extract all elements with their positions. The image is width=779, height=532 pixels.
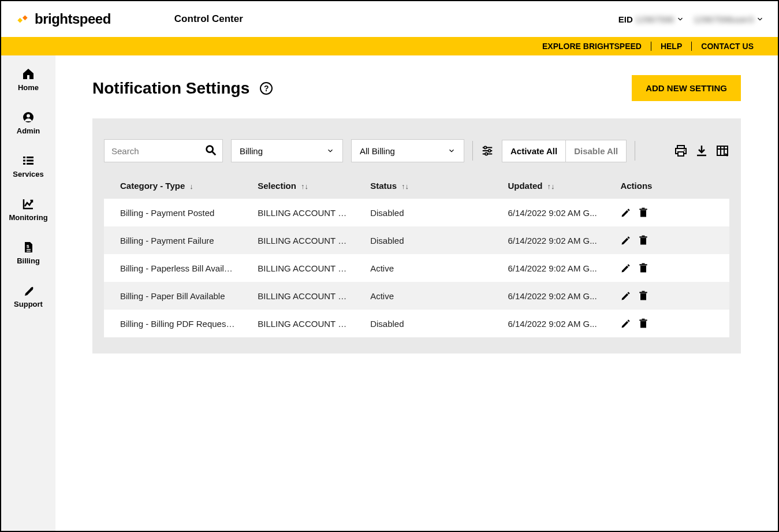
delete-icon[interactable] [638, 318, 649, 329]
delete-icon[interactable] [638, 262, 649, 274]
sidebar-item-services[interactable]: Services [1, 150, 55, 182]
cell-actions [604, 199, 729, 226]
brand[interactable]: brightspeed [15, 11, 111, 27]
sidebar-item-home[interactable]: Home [1, 64, 55, 95]
svg-rect-10 [27, 251, 31, 252]
disable-all-button[interactable]: Disable All [566, 140, 626, 162]
type-select[interactable]: All Billing [351, 139, 464, 162]
col-selection[interactable]: Selection↑↓ [241, 173, 354, 199]
cell-category-type: Billing - Payment Posted [104, 199, 241, 226]
sort-down-icon: ↓ [189, 182, 193, 191]
columns-icon[interactable] [715, 144, 729, 158]
cell-actions [604, 226, 729, 254]
sort-both-icon: ↑↓ [401, 182, 409, 191]
cell-selection: BILLING ACCOUNT N... [241, 254, 354, 282]
svg-rect-6 [23, 163, 25, 165]
cell-updated: 6/14/2022 9:02 AM G... [491, 310, 604, 337]
svg-point-18 [684, 150, 685, 151]
col-category-type[interactable]: Category - Type↓ [104, 173, 241, 199]
cell-actions [604, 282, 729, 310]
col-updated[interactable]: Updated↑↓ [491, 173, 604, 199]
svg-point-11 [207, 146, 213, 152]
eid-value: 12967598 [635, 14, 674, 24]
sort-both-icon: ↑↓ [301, 182, 308, 191]
eid-dropdown[interactable]: EID 12967598 [618, 14, 684, 24]
svg-rect-28 [642, 263, 645, 265]
svg-rect-25 [642, 236, 645, 237]
print-icon[interactable] [674, 144, 688, 158]
settings-panel: Billing All Billing Activate All [92, 118, 741, 354]
cell-category-type: Billing - Paper Bill Available [104, 282, 241, 310]
svg-rect-29 [640, 293, 646, 300]
cell-updated: 6/14/2022 9:02 AM G... [491, 254, 604, 282]
add-new-setting-button[interactable]: ADD NEW SETTING [632, 75, 741, 101]
col-status[interactable]: Status↑↓ [354, 173, 491, 199]
svg-rect-2 [23, 157, 25, 158]
svg-point-13 [489, 150, 491, 152]
edit-icon[interactable] [620, 235, 632, 246]
chevron-down-icon [326, 147, 334, 155]
sidebar-item-monitoring[interactable]: Monitoring [1, 194, 55, 225]
toolbar: Billing All Billing Activate All [104, 139, 729, 162]
billing-icon: $ [21, 240, 35, 254]
cell-status: Disabled [354, 226, 491, 254]
svg-rect-22 [642, 208, 645, 209]
sort-both-icon: ↑↓ [547, 182, 554, 191]
eid-label: EID [618, 14, 633, 24]
sidebar-item-label: Billing [17, 256, 40, 265]
cell-selection: BILLING ACCOUNT N... [241, 310, 354, 337]
edit-icon[interactable] [620, 290, 632, 302]
activate-all-button[interactable]: Activate All [502, 140, 565, 162]
cell-updated: 6/14/2022 9:02 AM G... [491, 282, 604, 310]
delete-icon[interactable] [638, 290, 649, 302]
nav-contact[interactable]: CONTACT US [691, 42, 763, 51]
svg-text:$: $ [27, 244, 29, 249]
search-icon[interactable] [204, 144, 217, 157]
cell-status: Active [354, 254, 491, 282]
edit-icon[interactable] [620, 318, 632, 329]
settings-table: Category - Type↓ Selection↑↓ Status↑↓ Up… [104, 173, 729, 337]
cell-actions [604, 254, 729, 282]
delete-icon[interactable] [638, 235, 649, 246]
nav-explore[interactable]: EXPLORE BRIGHTSPEED [533, 42, 651, 51]
svg-rect-31 [642, 291, 645, 292]
brightspeed-logo-icon [15, 12, 30, 27]
header: brightspeed Control Center EID 12967598 … [1, 1, 778, 37]
cell-category-type: Billing - Payment Failure [104, 226, 241, 254]
category-select[interactable]: Billing [231, 139, 343, 162]
divider [472, 141, 473, 161]
page-head: Notification Settings ? ADD NEW SETTING [92, 75, 741, 101]
svg-point-12 [484, 146, 486, 148]
delete-icon[interactable] [638, 207, 649, 218]
sidebar-item-label: Services [13, 170, 44, 178]
table-row: Billing - Paper Bill AvailableBILLING AC… [104, 282, 729, 310]
sidebar: Home Admin Services Monitoring $ Billing… [1, 55, 55, 531]
svg-rect-3 [27, 157, 33, 158]
filters-icon[interactable] [481, 144, 494, 157]
sidebar-item-admin[interactable]: Admin [1, 107, 55, 139]
col-actions: Actions [604, 173, 729, 199]
admin-icon [21, 110, 35, 124]
services-icon [21, 154, 35, 168]
cell-selection: BILLING ACCOUNT N... [241, 282, 354, 310]
table-row: Billing - Payment PostedBILLING ACCOUNT … [104, 199, 729, 226]
svg-rect-20 [640, 210, 646, 217]
svg-rect-9 [27, 249, 31, 250]
cell-category-type: Billing - Billing PDF Request A... [104, 310, 241, 337]
download-icon[interactable] [695, 144, 709, 158]
sidebar-item-billing[interactable]: $ Billing [1, 237, 55, 269]
chevron-down-icon [448, 147, 456, 155]
sidebar-item-label: Monitoring [9, 213, 47, 222]
svg-rect-24 [640, 236, 647, 237]
nav-help[interactable]: HELP [651, 42, 691, 51]
edit-icon[interactable] [620, 207, 632, 218]
user-dropdown[interactable]: 12967598user3 [694, 14, 764, 24]
sidebar-item-label: Support [14, 300, 43, 308]
activate-disable-group: Activate All Disable All [502, 140, 627, 162]
sidebar-item-support[interactable]: Support [1, 280, 55, 312]
cell-category-type: Billing - Paperless Bill Available [104, 254, 241, 282]
edit-icon[interactable] [620, 262, 632, 274]
help-icon[interactable]: ? [260, 82, 273, 95]
chevron-down-icon [676, 15, 684, 23]
svg-rect-27 [640, 264, 647, 265]
